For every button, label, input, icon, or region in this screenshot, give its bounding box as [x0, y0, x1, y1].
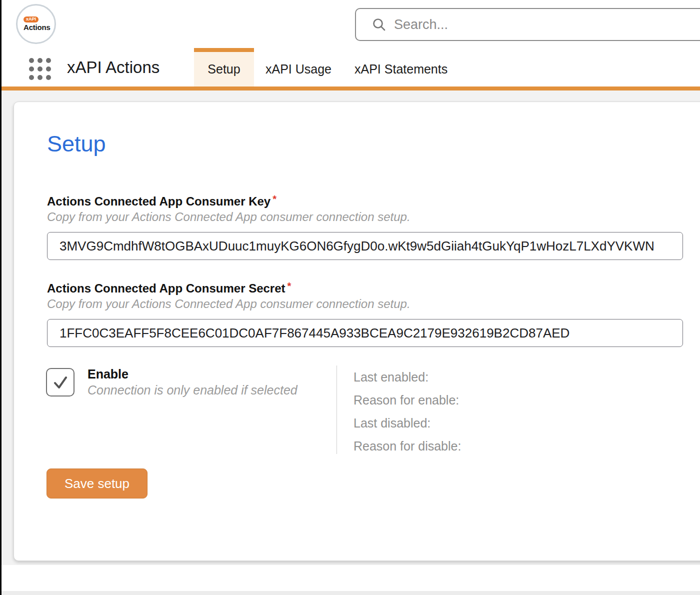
- app-launcher-waffle-icon[interactable]: [29, 58, 51, 80]
- checkmark-icon: [52, 374, 70, 392]
- enable-help: Connection is only enabled if selected: [88, 383, 298, 398]
- last-enabled-label: Last enabled:: [354, 370, 461, 384]
- tab-xapi-statements[interactable]: xAPI Statements: [343, 48, 459, 86]
- enable-checkbox[interactable]: [46, 368, 74, 396]
- required-asterisk: *: [288, 280, 292, 292]
- save-setup-button[interactable]: Save setup: [46, 468, 148, 498]
- consumer-key-input[interactable]: [47, 232, 683, 260]
- logo-actions-text: Actions: [24, 23, 54, 32]
- search-icon: [372, 18, 386, 32]
- app-logo: xAPI Actions: [16, 4, 56, 44]
- consumer-secret-input[interactable]: [47, 319, 683, 347]
- last-disabled-label: Last disabled:: [354, 416, 461, 430]
- consumer-secret-help: Copy from your Actions Connected App con…: [47, 297, 410, 311]
- brand-accent-bar: [0, 86, 700, 90]
- enable-label: Enable: [88, 367, 128, 382]
- app-title: xAPI Actions: [67, 58, 160, 77]
- vertical-divider: [336, 366, 337, 454]
- page-title: Setup: [47, 131, 106, 157]
- consumer-key-help: Copy from your Actions Connected App con…: [47, 210, 410, 224]
- window-left-edge: [0, 0, 2, 595]
- footer-strip: [2, 591, 700, 595]
- header: xAPI Actions xAPI Actions Setup xAPI Usa…: [0, 0, 700, 86]
- tab-bar: Setup xAPI Usage xAPI Statements: [194, 48, 459, 86]
- reason-for-enable-label: Reason for enable:: [354, 393, 461, 408]
- setup-card: Setup Actions Connected App Consumer Key…: [14, 102, 700, 561]
- search-placeholder: Search...: [394, 17, 448, 32]
- reason-for-disable-label: Reason for disable:: [354, 439, 461, 454]
- consumer-key-label: Actions Connected App Consumer Key*: [47, 194, 276, 208]
- required-asterisk: *: [272, 194, 276, 204]
- logo-xapi-badge: xAPI: [24, 16, 38, 22]
- status-list: Last enabled: Reason for enable: Last di…: [354, 370, 461, 454]
- global-search-input[interactable]: Search...: [355, 8, 700, 41]
- tab-xapi-usage[interactable]: xAPI Usage: [254, 48, 343, 86]
- consumer-secret-label: Actions Connected App Consumer Secret*: [47, 280, 291, 296]
- tab-setup[interactable]: Setup: [194, 48, 254, 86]
